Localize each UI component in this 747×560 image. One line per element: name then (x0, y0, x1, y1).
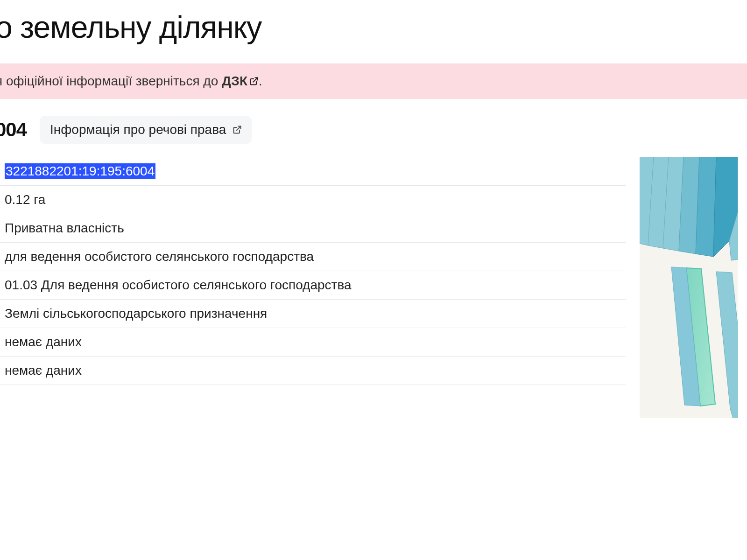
table-row: немає даних (0, 328, 626, 357)
nodata-value: немає даних (0, 328, 626, 357)
area-value: 0.12 га (0, 186, 626, 214)
external-link-icon (233, 125, 242, 134)
notice-text-suffix: . (259, 74, 262, 88)
external-link-icon (249, 77, 259, 86)
notice-link[interactable]: ДЗК (222, 74, 247, 88)
notice-text-prefix: я офіційної інформації зверніться до (0, 74, 222, 88)
cadastral-number[interactable]: 3221882201:19:195:6004 (5, 163, 155, 179)
table-row: Землі сільськогосподарського призначення (0, 300, 626, 328)
parcel-map-thumbnail[interactable] (640, 157, 738, 418)
table-row: 01.03 Для ведення особистого селянського… (0, 271, 626, 300)
purpose-value: для ведення особистого селянського госпо… (0, 243, 626, 271)
page-title: о земельну ділянку (0, 0, 747, 63)
parcel-id-fragment: 004 (0, 119, 27, 141)
table-row: 3221882201:19:195:6004 (0, 157, 626, 186)
nodata-value: немає даних (0, 357, 626, 385)
svg-line-1 (237, 126, 241, 131)
table-row: Приватна власність (0, 214, 626, 243)
property-rights-button[interactable]: Інформація про речові права (40, 116, 252, 144)
svg-line-0 (253, 78, 257, 82)
svg-marker-7 (696, 157, 716, 257)
property-rights-label: Інформація про речові права (50, 122, 226, 137)
table-row: для ведення особистого селянського госпо… (0, 243, 626, 271)
table-row: 0.12 га (0, 186, 626, 214)
purpose-code-value: 01.03 Для ведення особистого селянського… (0, 271, 626, 300)
notice-banner: я офіційної інформації зверніться до ДЗК… (0, 63, 747, 99)
land-category-value: Землі сільськогосподарського призначення (0, 300, 626, 328)
table-row: немає даних (0, 357, 626, 385)
parcel-info-table: 3221882201:19:195:6004 0.12 га Приватна … (0, 157, 626, 385)
ownership-value: Приватна власність (0, 214, 626, 243)
